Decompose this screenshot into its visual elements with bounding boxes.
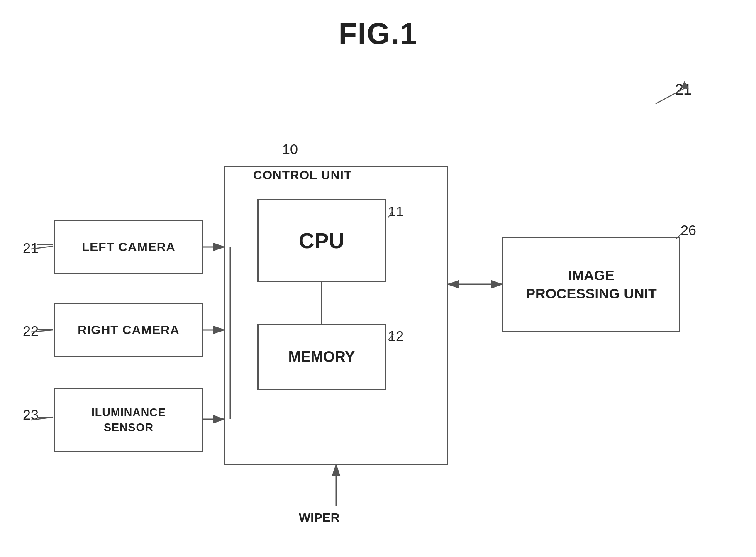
right-camera-label: RIGHT CAMERA [78, 323, 179, 337]
left-camera-label: LEFT CAMERA [82, 240, 176, 254]
left-camera-box: LEFT CAMERA [54, 220, 203, 274]
ref-26-label: 26 [680, 222, 696, 238]
cpu-box: CPU [257, 199, 386, 282]
memory-label: MEMORY [288, 348, 355, 366]
ref-1-label: 21 [675, 81, 692, 98]
image-processing-unit-box: IMAGEPROCESSING UNIT [502, 237, 680, 332]
ref-21-label: 21 [23, 240, 39, 256]
cpu-label: CPU [299, 228, 344, 253]
ref-23-label: 23 [23, 407, 39, 423]
ref-10-label: 10 [282, 141, 298, 157]
ref-22-label: 22 [23, 323, 39, 339]
image-processing-label: IMAGEPROCESSING UNIT [526, 266, 656, 303]
illuminance-sensor-label: ILUMINANCESENSOR [91, 406, 166, 435]
memory-box: MEMORY [257, 324, 386, 390]
illuminance-sensor-box: ILUMINANCESENSOR [54, 388, 203, 452]
ref-12-label: 12 [388, 328, 404, 344]
figure-title: FIG.1 [339, 17, 417, 51]
right-camera-box: RIGHT CAMERA [54, 303, 203, 357]
control-unit-label: CONTROL UNIT [253, 168, 352, 182]
ref-11-label: 11 [388, 203, 404, 220]
wiper-label: WIPER [299, 511, 339, 525]
diagram-container: FIG.1 21 LEFT CAMERA RIGHT CAMERA ILUMIN… [0, 0, 756, 557]
